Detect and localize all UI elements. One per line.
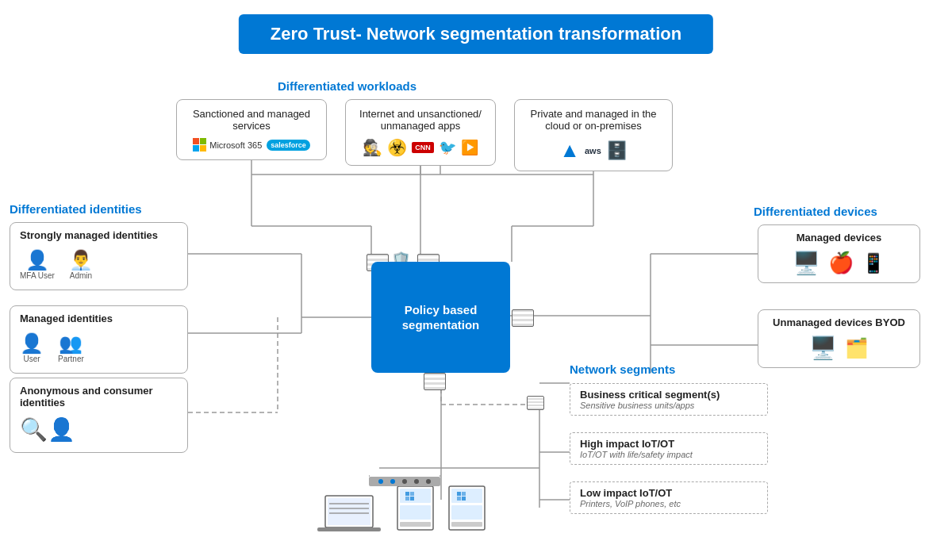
segment-subtitle-business-critical: Sensitive business units/apps	[580, 401, 758, 410]
identity-title-anonymous: Anonymous and consumer identities	[20, 385, 178, 408]
segment-box-high-iot: High impact IoT/OT IoT/OT with life/safe…	[570, 432, 768, 465]
svg-rect-54	[462, 492, 466, 496]
firewall-right-cluster	[512, 309, 534, 327]
policy-label: Policy based segmentation	[371, 302, 510, 333]
identity-icons-managed: 👤 User 👥 Partner	[20, 329, 178, 366]
segment-box-low-iot: Low impact IoT/OT Printers, VoIP phones,…	[570, 481, 768, 514]
ms-green	[200, 138, 206, 144]
svg-rect-56	[462, 497, 466, 501]
svg-point-61	[414, 479, 419, 484]
mfa-user-icon: 👤	[25, 249, 49, 271]
anon-icon: 🔍👤	[20, 416, 75, 443]
device-box-unmanaged: Unmanaged devices BYOD 🖥️ 🗂️	[758, 309, 920, 368]
device-title-unmanaged: Unmanaged devices BYOD	[770, 316, 908, 328]
svg-rect-48	[410, 497, 414, 501]
identity-box-anonymous: Anonymous and consumer identities 🔍👤	[10, 378, 188, 453]
salesforce-icon: salesforce	[267, 140, 310, 151]
svg-rect-36	[328, 498, 370, 525]
workloads-section-title: Differentiated workloads	[278, 79, 416, 93]
monitor-blue-icon: 🖥️	[793, 250, 820, 276]
segment-subtitle-high-iot: IoT/OT with life/safety impact	[580, 450, 758, 459]
firewall-bottom-cluster	[424, 373, 446, 390]
identity-title-strongly-managed: Strongly managed identities	[20, 229, 178, 241]
svg-point-58	[378, 479, 383, 484]
workload-icons-internet: 🕵️ ☣️ CNN 🐦 ▶️	[357, 138, 484, 157]
device-icons-managed: 🖥️ 🍎 📱	[770, 250, 908, 276]
page-title: Zero Trust- Network segmentation transfo…	[239, 14, 713, 54]
workload-title-sanctioned: Sanctioned and managed services	[188, 108, 315, 132]
laptop-svg	[317, 494, 381, 540]
partner-label: Partner	[58, 355, 84, 363]
tower-grey-icon: 🗂️	[845, 337, 869, 359]
workload-title-private: Private and managed in the cloud or on-p…	[526, 108, 661, 132]
device-box-managed: Managed devices 🖥️ 🍎 📱	[758, 224, 920, 283]
segment-title-low-iot: Low impact IoT/OT	[580, 487, 758, 499]
svg-rect-37	[317, 527, 381, 531]
ms-red	[193, 138, 199, 144]
firewall-dashed-side-icon	[527, 396, 544, 410]
svg-rect-53	[457, 492, 461, 496]
segment-title-business-critical: Business critical segment(s)	[580, 389, 758, 401]
workload-box-internet: Internet and unsanctioned/ unmanaged app…	[345, 99, 496, 166]
svg-rect-50	[451, 489, 482, 503]
azure-icon: ▲	[559, 138, 580, 163]
switch-svg	[369, 474, 440, 489]
firewall-bottom-icon	[424, 373, 446, 390]
devices-section-title: Differentiated devices	[754, 205, 877, 218]
workload-box-private: Private and managed in the cloud or on-p…	[514, 99, 673, 171]
android-icon: 📱	[862, 252, 885, 274]
svg-rect-43	[400, 505, 431, 520]
svg-rect-52	[451, 522, 482, 527]
cnn-icon: CNN	[412, 142, 434, 153]
monitor-grey-icon: 🖥️	[809, 335, 837, 361]
workload-icons-sanctioned: Microsoft 365 salesforce	[188, 138, 315, 152]
server2-svg	[445, 482, 489, 534]
aws-icon: aws	[585, 146, 601, 155]
svg-rect-44	[400, 522, 431, 527]
firewall-right-side-icon	[512, 309, 534, 327]
ms-yellow	[200, 145, 206, 152]
segment-title-high-iot: High impact IoT/OT	[580, 438, 758, 450]
workload-title-internet: Internet and unsanctioned/ unmanaged app…	[357, 108, 484, 132]
mfa-user-item: 👤 MFA User	[20, 249, 55, 280]
identity-icons-strongly-managed: 👤 MFA User 👨‍💼 Admin	[20, 246, 178, 283]
ms-grid	[193, 138, 206, 152]
identities-section-title: Differentiated identities	[10, 202, 142, 216]
svg-point-60	[402, 479, 407, 484]
device-icons-unmanaged: 🖥️ 🗂️	[770, 335, 908, 361]
policy-segmentation-box: Policy based segmentation	[371, 262, 510, 373]
workload-box-sanctioned: Sanctioned and managed services Microsof…	[176, 99, 327, 160]
admin-item: 👨‍💼 Admin	[69, 249, 93, 280]
svg-point-62	[426, 479, 431, 484]
ms-blue	[193, 145, 199, 152]
svg-rect-51	[451, 505, 482, 520]
user-icon: 👤	[20, 332, 44, 355]
server-rack-icon: 🗄️	[606, 140, 628, 161]
partner-item: 👥 Partner	[58, 332, 84, 363]
segment-subtitle-low-iot: Printers, VoIP phones, etc	[580, 499, 758, 508]
twitter-icon: 🐦	[439, 139, 456, 156]
admin-icon: 👨‍💼	[69, 249, 93, 271]
ms365-icon: Microsoft 365	[193, 138, 262, 152]
workload-icons-private: ▲ aws 🗄️	[526, 138, 661, 163]
laptop-section	[317, 494, 381, 540]
svg-rect-55	[457, 497, 461, 501]
network-switch-bottom	[369, 474, 440, 493]
apple-icon: 🍎	[828, 251, 854, 275]
network-segments-title: Network segments	[570, 362, 675, 376]
mfa-user-label: MFA User	[20, 271, 55, 280]
anon-item: 🔍👤	[20, 416, 75, 443]
youtube-icon: ▶️	[461, 139, 478, 156]
device-title-managed: Managed devices	[770, 232, 908, 244]
admin-label: Admin	[70, 271, 92, 280]
user-label: User	[23, 355, 40, 363]
firewall-dashed-icon	[527, 396, 544, 413]
identity-box-managed: Managed identities 👤 User 👥 Partner	[10, 305, 188, 374]
partner-icon: 👥	[59, 332, 83, 355]
svg-point-59	[390, 479, 395, 484]
user-item: 👤 User	[20, 332, 44, 363]
identity-box-strongly-managed: Strongly managed identities 👤 MFA User 👨…	[10, 222, 188, 290]
segment-box-business-critical: Business critical segment(s) Sensitive b…	[570, 383, 768, 416]
identity-icons-anonymous: 🔍👤	[20, 413, 178, 446]
identity-title-managed: Managed identities	[20, 313, 178, 324]
